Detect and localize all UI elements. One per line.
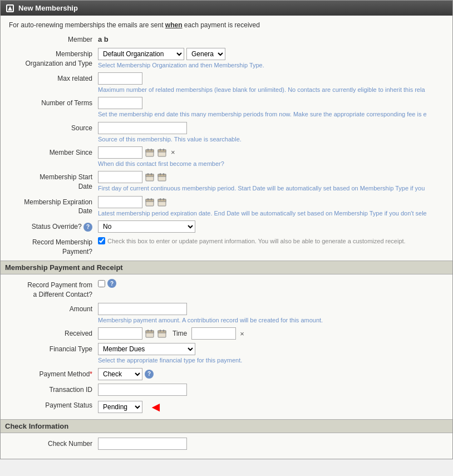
svg-rect-19: [147, 198, 149, 200]
membership-start-input[interactable]: [98, 171, 142, 183]
membership-expiration-calendar2-icon[interactable]: [157, 197, 167, 207]
amount-row: Amount 100.00 Membership payment amount.…: [9, 303, 444, 324]
record-membership-payment-checkbox[interactable]: [98, 237, 105, 244]
received-calendar-icon[interactable]: [145, 328, 155, 338]
check-number-input[interactable]: [98, 438, 187, 450]
received-label: Received: [9, 327, 98, 338]
amount-input[interactable]: 100.00: [98, 303, 187, 315]
record-from-different-checkbox[interactable]: [98, 280, 105, 287]
source-row: Source Source of this membership. This v…: [9, 122, 444, 143]
check-section-header: Check Information: [1, 419, 452, 433]
svg-rect-27: [147, 330, 149, 332]
time-label: Time: [173, 330, 187, 337]
membership-org-row: MembershipOrganization and Type Default …: [9, 48, 444, 69]
financial-type-hint: Select the appropriate financial type fo…: [98, 356, 444, 364]
record-from-different-label: Record Payment froma Different Contact?: [9, 279, 98, 300]
received-time-input[interactable]: 11:35AM: [191, 327, 236, 340]
red-arrow-indicator: ►: [149, 399, 163, 415]
payment-status-select[interactable]: Pending: [98, 401, 142, 413]
record-membership-payment-label: Record MembershipPayment?: [9, 236, 98, 257]
svg-rect-15: [160, 173, 161, 175]
max-related-input[interactable]: [98, 72, 142, 85]
payment-status-label: Payment Status: [9, 399, 98, 410]
status-override-help-icon[interactable]: ?: [83, 223, 92, 232]
membership-expiration-hint: Latest membership period expiration date…: [98, 209, 444, 217]
member-since-input[interactable]: 10/21/2018: [98, 146, 142, 159]
amount-label: Amount: [9, 303, 98, 314]
info-text: For auto-renewing memberships the emails…: [9, 21, 444, 29]
received-row: Received 10/21/2018: [9, 327, 444, 340]
status-override-label: Status Override? ?: [9, 220, 98, 232]
membership-expiration-calendar-icon[interactable]: [145, 197, 155, 207]
svg-rect-8: [163, 149, 164, 151]
member-since-hint: When did this contact first become a mem…: [98, 160, 444, 168]
member-row: Member a b: [9, 33, 444, 45]
membership-start-row: Membership StartDate: [9, 171, 444, 192]
record-from-different-help-icon[interactable]: ?: [107, 279, 116, 288]
svg-rect-7: [160, 149, 161, 151]
status-override-select[interactable]: No: [98, 220, 195, 233]
status-override-row: Status Override? ? No: [9, 220, 444, 233]
max-related-label: Max related: [9, 72, 98, 84]
transaction-id-row: Transaction ID: [9, 384, 444, 396]
received-calendar2-icon[interactable]: [157, 328, 167, 338]
svg-rect-32: [163, 330, 164, 332]
member-since-calendar2-icon[interactable]: [157, 148, 167, 158]
svg-rect-10: [146, 174, 154, 176]
svg-rect-16: [163, 173, 164, 175]
amount-hint: Membership payment amount. A contributio…: [98, 316, 444, 324]
member-since-clear[interactable]: ×: [169, 148, 177, 156]
membership-expiration-label: Membership ExpirationDate: [9, 196, 98, 217]
svg-rect-6: [158, 150, 166, 152]
payment-method-help-icon[interactable]: ?: [145, 370, 154, 379]
number-of-terms-hint: Set the membership end date this many me…: [98, 110, 444, 118]
window-icon: [6, 4, 14, 12]
svg-rect-11: [147, 173, 149, 175]
svg-rect-14: [158, 174, 166, 176]
source-input[interactable]: [98, 122, 187, 134]
svg-rect-31: [160, 330, 161, 332]
membership-type-select[interactable]: General: [186, 48, 225, 60]
member-since-row: Member Since 10/21/2018: [9, 146, 444, 168]
svg-rect-24: [163, 198, 164, 200]
record-membership-payment-row: Record MembershipPayment? Check this box…: [9, 236, 444, 257]
number-of-terms-input[interactable]: 1: [98, 97, 142, 109]
member-label: Member: [9, 33, 98, 45]
svg-rect-28: [151, 330, 152, 332]
received-clear[interactable]: ×: [238, 330, 246, 338]
membership-org-select[interactable]: Default Organization: [98, 48, 184, 60]
member-since-calendar-icon[interactable]: [145, 148, 155, 158]
membership-org-label: MembershipOrganization and Type: [9, 48, 98, 68]
membership-start-calendar2-icon[interactable]: [157, 172, 167, 182]
record-membership-payment-hint: Check this box to enter or update paymen…: [107, 237, 406, 245]
membership-start-label: Membership StartDate: [9, 171, 98, 192]
membership-expiration-input[interactable]: [98, 196, 142, 208]
title-bar: New Membership: [1, 1, 452, 16]
record-from-different-row: Record Payment froma Different Contact? …: [9, 279, 444, 300]
membership-start-calendar-icon[interactable]: [145, 172, 155, 182]
financial-type-select[interactable]: Member Dues: [98, 343, 195, 355]
svg-rect-30: [158, 331, 166, 333]
max-related-hint: Maximum number of related memberships (l…: [98, 86, 444, 94]
check-number-label: Check Number: [9, 438, 98, 449]
financial-type-row: Financial Type Member Dues Select the ap…: [9, 343, 444, 364]
number-of-terms-row: Number of Terms 1 Set the membership end…: [9, 97, 444, 118]
received-date-input[interactable]: 10/21/2018: [98, 327, 142, 340]
svg-rect-4: [151, 149, 152, 151]
payment-method-row: Payment Method* Check ?: [9, 368, 444, 380]
transaction-id-label: Transaction ID: [9, 384, 98, 395]
svg-rect-26: [146, 331, 154, 333]
payment-method-label: Payment Method*: [9, 368, 98, 379]
svg-rect-2: [146, 150, 154, 152]
svg-rect-23: [160, 198, 161, 200]
payment-status-row: Payment Status Pending ►: [9, 399, 444, 415]
svg-rect-3: [147, 149, 149, 151]
membership-org-hint: Select Membership Organization and then …: [98, 61, 444, 69]
financial-type-label: Financial Type: [9, 343, 98, 354]
svg-rect-20: [151, 198, 152, 200]
membership-start-hint: First day of current continuous membersh…: [98, 184, 444, 192]
payment-method-select[interactable]: Check: [98, 368, 142, 380]
check-number-row: Check Number: [9, 438, 444, 450]
member-value: a b: [98, 33, 444, 43]
transaction-id-input[interactable]: [98, 384, 187, 396]
